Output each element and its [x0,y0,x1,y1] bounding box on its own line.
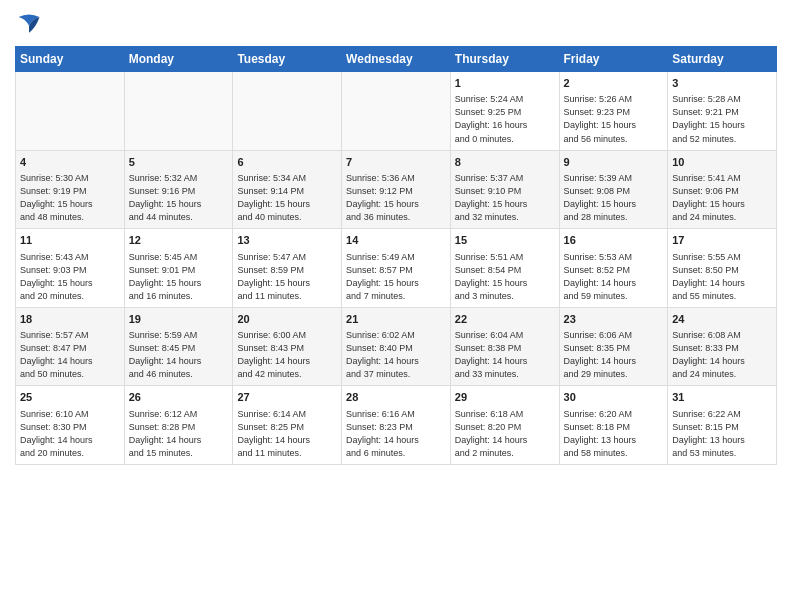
header-row: SundayMondayTuesdayWednesdayThursdayFrid… [16,47,777,72]
day-cell: 1Sunrise: 5:24 AM Sunset: 9:25 PM Daylig… [450,72,559,151]
day-cell: 12Sunrise: 5:45 AM Sunset: 9:01 PM Dayli… [124,229,233,308]
header-day: Wednesday [342,47,451,72]
day-cell: 29Sunrise: 6:18 AM Sunset: 8:20 PM Dayli… [450,386,559,465]
day-info: Sunrise: 5:43 AM Sunset: 9:03 PM Dayligh… [20,251,120,303]
day-info: Sunrise: 6:00 AM Sunset: 8:43 PM Dayligh… [237,329,337,381]
header [15,10,777,38]
day-info: Sunrise: 5:51 AM Sunset: 8:54 PM Dayligh… [455,251,555,303]
week-row: 11Sunrise: 5:43 AM Sunset: 9:03 PM Dayli… [16,229,777,308]
day-cell: 20Sunrise: 6:00 AM Sunset: 8:43 PM Dayli… [233,307,342,386]
day-info: Sunrise: 5:39 AM Sunset: 9:08 PM Dayligh… [564,172,664,224]
day-info: Sunrise: 5:24 AM Sunset: 9:25 PM Dayligh… [455,93,555,145]
day-cell: 21Sunrise: 6:02 AM Sunset: 8:40 PM Dayli… [342,307,451,386]
day-info: Sunrise: 5:47 AM Sunset: 8:59 PM Dayligh… [237,251,337,303]
day-info: Sunrise: 6:04 AM Sunset: 8:38 PM Dayligh… [455,329,555,381]
logo [15,10,47,38]
day-cell: 26Sunrise: 6:12 AM Sunset: 8:28 PM Dayli… [124,386,233,465]
page: SundayMondayTuesdayWednesdayThursdayFrid… [0,0,792,475]
day-info: Sunrise: 5:55 AM Sunset: 8:50 PM Dayligh… [672,251,772,303]
header-day: Saturday [668,47,777,72]
day-info: Sunrise: 5:36 AM Sunset: 9:12 PM Dayligh… [346,172,446,224]
day-info: Sunrise: 5:26 AM Sunset: 9:23 PM Dayligh… [564,93,664,145]
day-info: Sunrise: 6:18 AM Sunset: 8:20 PM Dayligh… [455,408,555,460]
day-info: Sunrise: 6:16 AM Sunset: 8:23 PM Dayligh… [346,408,446,460]
day-number: 28 [346,390,446,405]
day-number: 11 [20,233,120,248]
day-number: 14 [346,233,446,248]
day-cell [124,72,233,151]
day-number: 27 [237,390,337,405]
day-info: Sunrise: 6:02 AM Sunset: 8:40 PM Dayligh… [346,329,446,381]
day-number: 18 [20,312,120,327]
week-row: 1Sunrise: 5:24 AM Sunset: 9:25 PM Daylig… [16,72,777,151]
day-cell [16,72,125,151]
day-number: 20 [237,312,337,327]
day-cell: 4Sunrise: 5:30 AM Sunset: 9:19 PM Daylig… [16,150,125,229]
day-number: 1 [455,76,555,91]
day-cell: 30Sunrise: 6:20 AM Sunset: 8:18 PM Dayli… [559,386,668,465]
day-number: 13 [237,233,337,248]
day-cell: 3Sunrise: 5:28 AM Sunset: 9:21 PM Daylig… [668,72,777,151]
day-number: 24 [672,312,772,327]
day-info: Sunrise: 5:41 AM Sunset: 9:06 PM Dayligh… [672,172,772,224]
day-number: 23 [564,312,664,327]
day-number: 6 [237,155,337,170]
day-cell: 19Sunrise: 5:59 AM Sunset: 8:45 PM Dayli… [124,307,233,386]
day-number: 26 [129,390,229,405]
day-number: 22 [455,312,555,327]
day-number: 29 [455,390,555,405]
day-info: Sunrise: 6:14 AM Sunset: 8:25 PM Dayligh… [237,408,337,460]
day-info: Sunrise: 5:45 AM Sunset: 9:01 PM Dayligh… [129,251,229,303]
day-number: 7 [346,155,446,170]
day-info: Sunrise: 5:37 AM Sunset: 9:10 PM Dayligh… [455,172,555,224]
day-cell: 18Sunrise: 5:57 AM Sunset: 8:47 PM Dayli… [16,307,125,386]
day-cell: 13Sunrise: 5:47 AM Sunset: 8:59 PM Dayli… [233,229,342,308]
week-row: 25Sunrise: 6:10 AM Sunset: 8:30 PM Dayli… [16,386,777,465]
day-cell: 10Sunrise: 5:41 AM Sunset: 9:06 PM Dayli… [668,150,777,229]
day-number: 31 [672,390,772,405]
day-cell: 27Sunrise: 6:14 AM Sunset: 8:25 PM Dayli… [233,386,342,465]
day-number: 15 [455,233,555,248]
day-cell: 23Sunrise: 6:06 AM Sunset: 8:35 PM Dayli… [559,307,668,386]
day-number: 9 [564,155,664,170]
day-info: Sunrise: 6:06 AM Sunset: 8:35 PM Dayligh… [564,329,664,381]
day-cell [233,72,342,151]
day-cell: 8Sunrise: 5:37 AM Sunset: 9:10 PM Daylig… [450,150,559,229]
header-day: Sunday [16,47,125,72]
day-cell: 28Sunrise: 6:16 AM Sunset: 8:23 PM Dayli… [342,386,451,465]
header-day: Friday [559,47,668,72]
day-cell: 6Sunrise: 5:34 AM Sunset: 9:14 PM Daylig… [233,150,342,229]
day-cell: 7Sunrise: 5:36 AM Sunset: 9:12 PM Daylig… [342,150,451,229]
day-cell: 22Sunrise: 6:04 AM Sunset: 8:38 PM Dayli… [450,307,559,386]
day-info: Sunrise: 6:10 AM Sunset: 8:30 PM Dayligh… [20,408,120,460]
day-number: 21 [346,312,446,327]
day-cell: 17Sunrise: 5:55 AM Sunset: 8:50 PM Dayli… [668,229,777,308]
day-info: Sunrise: 5:53 AM Sunset: 8:52 PM Dayligh… [564,251,664,303]
day-cell [342,72,451,151]
day-info: Sunrise: 5:28 AM Sunset: 9:21 PM Dayligh… [672,93,772,145]
calendar-table: SundayMondayTuesdayWednesdayThursdayFrid… [15,46,777,465]
day-info: Sunrise: 5:57 AM Sunset: 8:47 PM Dayligh… [20,329,120,381]
day-number: 2 [564,76,664,91]
day-cell: 16Sunrise: 5:53 AM Sunset: 8:52 PM Dayli… [559,229,668,308]
day-info: Sunrise: 6:08 AM Sunset: 8:33 PM Dayligh… [672,329,772,381]
day-number: 4 [20,155,120,170]
day-info: Sunrise: 5:34 AM Sunset: 9:14 PM Dayligh… [237,172,337,224]
day-info: Sunrise: 6:20 AM Sunset: 8:18 PM Dayligh… [564,408,664,460]
day-number: 16 [564,233,664,248]
day-cell: 31Sunrise: 6:22 AM Sunset: 8:15 PM Dayli… [668,386,777,465]
logo-icon [15,10,43,38]
day-cell: 24Sunrise: 6:08 AM Sunset: 8:33 PM Dayli… [668,307,777,386]
day-cell: 15Sunrise: 5:51 AM Sunset: 8:54 PM Dayli… [450,229,559,308]
day-number: 5 [129,155,229,170]
day-cell: 9Sunrise: 5:39 AM Sunset: 9:08 PM Daylig… [559,150,668,229]
day-cell: 11Sunrise: 5:43 AM Sunset: 9:03 PM Dayli… [16,229,125,308]
day-info: Sunrise: 5:30 AM Sunset: 9:19 PM Dayligh… [20,172,120,224]
day-number: 12 [129,233,229,248]
day-number: 30 [564,390,664,405]
week-row: 18Sunrise: 5:57 AM Sunset: 8:47 PM Dayli… [16,307,777,386]
day-number: 19 [129,312,229,327]
day-cell: 25Sunrise: 6:10 AM Sunset: 8:30 PM Dayli… [16,386,125,465]
day-number: 10 [672,155,772,170]
day-info: Sunrise: 5:32 AM Sunset: 9:16 PM Dayligh… [129,172,229,224]
